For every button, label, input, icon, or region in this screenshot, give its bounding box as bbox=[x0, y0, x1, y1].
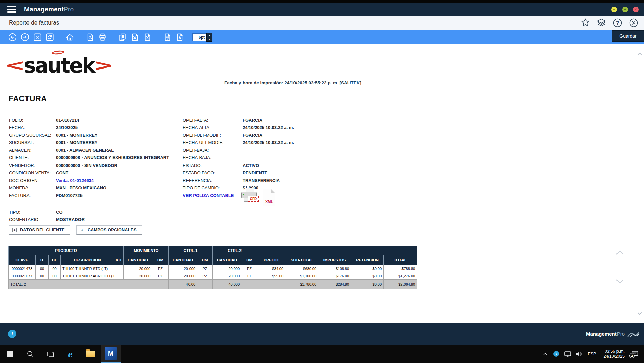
copy-document-icon[interactable] bbox=[117, 32, 127, 42]
cell-sub-total: $1,100.00 bbox=[285, 272, 318, 280]
fiscal-document-icons: CFD XML bbox=[240, 188, 275, 206]
table-scroll-up-icon[interactable] bbox=[615, 247, 625, 258]
font-size-down-icon[interactable]: ▼ bbox=[207, 37, 212, 41]
excel-file-icon[interactable] bbox=[142, 32, 152, 42]
close-circle-icon[interactable] bbox=[629, 18, 639, 28]
column-header-um: UM bbox=[242, 255, 257, 265]
network-icon[interactable] bbox=[563, 347, 572, 361]
field-label: FOLIO: bbox=[9, 118, 56, 123]
field-label: REFERENCIA: bbox=[183, 178, 243, 183]
font-size-stepper: ▲ ▼ bbox=[206, 33, 212, 42]
cell-kit bbox=[114, 265, 124, 272]
column-group-producto: PRODUCTO bbox=[9, 246, 124, 255]
print-icon[interactable] bbox=[97, 32, 107, 42]
cell-total: $1,276.00 bbox=[384, 272, 417, 280]
text-document-icon[interactable] bbox=[175, 32, 185, 42]
back-icon[interactable] bbox=[7, 32, 17, 42]
field-tipo-de-cambio: TIPO DE CAMBIO:$1.0000 bbox=[183, 184, 294, 192]
column-header-precio: PRECIO bbox=[257, 255, 285, 265]
column-group-ctrl-1: CTRL-1 bbox=[169, 246, 213, 255]
close-report-icon[interactable] bbox=[32, 32, 42, 42]
cfd-print-icon[interactable]: CFD bbox=[240, 188, 260, 206]
tab-bar-actions: ? bbox=[580, 18, 639, 28]
field-doc-origen: DOC-ORIGEN:Venta: 01-0124634 bbox=[9, 177, 169, 184]
brand-light: Pro bbox=[64, 6, 74, 13]
scroll-up-icon[interactable] bbox=[637, 51, 642, 57]
field-value: CO bbox=[56, 210, 63, 215]
minimize-button[interactable]: – bbox=[611, 7, 617, 12]
language-indicator[interactable]: ESP bbox=[585, 352, 599, 356]
field-ver-poliza-contable: VER POLIZA CONTABLE bbox=[183, 192, 294, 199]
total-cell: $1,780.00 bbox=[285, 280, 318, 289]
table-scroll-down-icon[interactable] bbox=[615, 276, 625, 286]
cell-cantidad: 20.000 bbox=[124, 265, 152, 272]
column-header-cantidad: CANTIDAD bbox=[124, 255, 152, 265]
field-folio: FOLIO:01-0107214 bbox=[9, 116, 169, 124]
font-size-input[interactable] bbox=[192, 33, 206, 41]
cell-um: PZ bbox=[197, 265, 213, 272]
cell-precio: $34.00 bbox=[257, 265, 285, 272]
preview-document-icon[interactable] bbox=[85, 32, 95, 42]
field-value: 24/10/2025 10:03:22 a. m. bbox=[243, 140, 294, 145]
section-datos-del-cliente[interactable]: +DATOS DEL CLIENTE bbox=[9, 225, 70, 235]
field-label: TIPO DE CAMBIO: bbox=[183, 185, 243, 190]
field-comentario: COMENTARIO:MOSTRADOR bbox=[9, 216, 85, 224]
field-oper-ult-modif: OPER-ULT-MODIF:FGARCIA bbox=[183, 131, 294, 139]
field-label: DOC-ORIGEN: bbox=[9, 178, 56, 183]
cell-descripcion: THI100 THINNER STD (LT) bbox=[61, 265, 114, 272]
refresh-icon[interactable] bbox=[45, 32, 55, 42]
field-value: 24/10/2025 bbox=[56, 125, 78, 130]
search-icon[interactable] bbox=[20, 345, 40, 363]
scroll-down-icon[interactable] bbox=[637, 311, 642, 316]
expand-plus-icon[interactable]: + bbox=[80, 228, 84, 232]
invoice-fields-extra: TIPO:COCOMENTARIO:MOSTRADOR bbox=[9, 208, 85, 223]
app-brand: ManagementPro bbox=[24, 6, 74, 13]
column-header-tl: TL bbox=[36, 255, 49, 265]
field-fecha-ult-modif: FECHA-ULT-MODIF:24/10/2025 10:03:22 a. m… bbox=[183, 139, 294, 147]
doc-origen-link[interactable]: Venta: 01-0124634 bbox=[56, 178, 94, 183]
save-button[interactable]: Guardar bbox=[612, 30, 644, 42]
internet-explorer-icon[interactable]: e bbox=[60, 345, 80, 363]
action-center-icon[interactable]: 2 bbox=[629, 347, 641, 361]
favorite-star-icon[interactable] bbox=[580, 18, 590, 28]
field-value: FGARCIA bbox=[243, 133, 262, 138]
forward-icon[interactable] bbox=[20, 32, 30, 42]
expand-plus-icon[interactable]: + bbox=[12, 228, 17, 232]
cell-precio: $55.00 bbox=[257, 272, 285, 280]
column-header-cl: CL bbox=[49, 255, 61, 265]
clock[interactable]: 03:56 p.m. 24/10/2025 bbox=[601, 349, 627, 359]
info-icon[interactable]: i bbox=[8, 330, 16, 338]
font-size-up-icon[interactable]: ▲ bbox=[207, 33, 212, 37]
close-button[interactable]: × bbox=[633, 7, 639, 12]
tray-info-icon[interactable]: i bbox=[552, 347, 561, 361]
field-label: ESTADO PAGO: bbox=[183, 170, 243, 175]
home-icon[interactable] bbox=[65, 32, 75, 42]
tray-expand-icon[interactable] bbox=[541, 347, 550, 361]
section-campos-opcionales[interactable]: +CAMPOS OPCIONALES bbox=[76, 225, 142, 235]
collapsible-sections: +DATOS DEL CLIENTE+CAMPOS OPCIONALES bbox=[9, 225, 142, 235]
volume-icon[interactable] bbox=[574, 347, 583, 361]
task-view-icon[interactable] bbox=[40, 345, 60, 363]
cell-cantidad: 20.000 bbox=[124, 272, 152, 280]
window-controls: – + × bbox=[611, 7, 639, 12]
field-label: COMENTARIO: bbox=[9, 217, 56, 222]
cell-clave: 0000021473 bbox=[9, 265, 36, 272]
xml-file-icon[interactable]: XML bbox=[263, 189, 275, 206]
ver-poliza-contable-link[interactable]: VER POLIZA CONTABLE bbox=[183, 193, 234, 198]
start-button[interactable] bbox=[0, 345, 20, 363]
page-scrollbar[interactable] bbox=[636, 44, 643, 323]
layers-icon[interactable] bbox=[596, 18, 606, 28]
excel-export-icon[interactable] bbox=[130, 32, 140, 42]
field-label: CLIENTE: bbox=[9, 155, 56, 160]
menu-icon[interactable] bbox=[7, 6, 16, 13]
diagram-document-icon[interactable] bbox=[162, 32, 172, 42]
file-explorer-icon[interactable] bbox=[80, 345, 101, 363]
field-sucursal: SUCURSAL:0001 - MONTERREY bbox=[9, 139, 169, 147]
column-header-total: TOTAL bbox=[384, 255, 417, 265]
cell-um: PZ bbox=[152, 272, 169, 280]
total-count-cell: TOTAL: 2 bbox=[9, 280, 169, 289]
maximize-button[interactable]: + bbox=[622, 7, 628, 12]
managementpro-app-button[interactable]: M bbox=[101, 345, 121, 363]
help-icon[interactable]: ? bbox=[612, 18, 623, 28]
field-value: 24/10/2025 10:03:22 a. m. bbox=[243, 125, 294, 130]
